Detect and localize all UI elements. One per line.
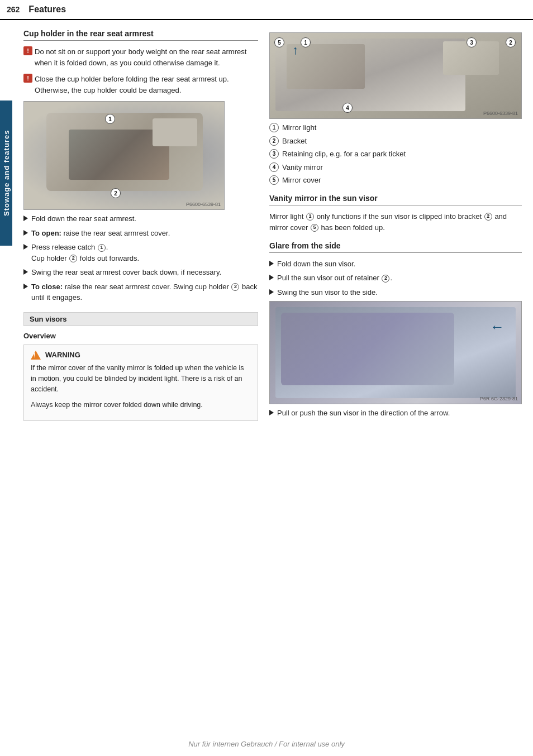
visor-arrow: ↑ [292,43,298,58]
visor-img-label-4: 4 [342,103,353,113]
header-title: Features [28,4,66,15]
left-column: Cup holder in the rear seat armrest ! Do… [23,29,258,428]
arrow-icon-2 [23,230,28,236]
num-label-5: Mirror cover [282,175,321,186]
image-label-1: 1 [105,114,115,124]
num-badge-1: 1 [269,123,279,132]
section-bar-sun-visors: Sun visors [23,312,258,326]
bullet-to-close: To close: raise the rear seat armrest co… [23,281,258,303]
bullet-swing-back: Swing the rear seat armrest cover back d… [23,267,258,278]
bullet-pull-retainer: Pull the sun visor out of retainer 2. [269,272,522,284]
arrow-icon-1 [23,216,28,221]
circle-2b: 2 [231,283,239,291]
circle-1: 1 [98,244,106,252]
bullet-to-open: To open: raise the rear seat armrest cov… [23,228,258,239]
warning-icon-1: ! [23,46,32,55]
circle-r1: 1 [306,213,314,221]
bullet-swing-side: Swing the sun visor to the side. [269,287,522,298]
num-label-2: Bracket [282,136,307,147]
visor-image-caption: P6600-6339-81 [483,111,518,116]
sidebar-label: Stowage and features [0,101,12,246]
bullet-fold-armrest: Fold down the rear seat armrest. [23,213,258,224]
vanity-paragraph: Mirror light 1 only functions if the sun… [269,211,522,233]
visor-top-image: 1 2 3 4 5 ↑ P6600-6339-81 [269,32,522,119]
circle-r2: 2 [484,213,492,221]
arrow-icon-r1 [269,261,274,266]
watermark: Nur für internen Gebrauch / For internal… [0,740,533,748]
numbered-item-3: 3 Retaining clip, e.g. for a car park ti… [269,149,522,160]
visor-img-label-3: 3 [467,37,477,47]
bullet-press-release: Press release catch 1.Cup holder 2 folds… [23,242,258,264]
right-column: 1 2 3 4 5 ↑ P6600-6339-81 1 Mirror light… [269,29,522,428]
overview-title: Overview [23,332,258,340]
warning-row-1: ! Do not sit on or support your body wei… [23,46,258,68]
circle-r2b: 2 [382,275,389,283]
numbered-item-5: 5 Mirror cover [269,175,522,186]
visor-img-label-5: 5 [274,37,284,47]
visor-img-label-1: 1 [301,37,311,47]
image-caption-cup: P6600-6539-81 [186,202,221,207]
num-badge-3: 3 [269,149,279,159]
numbered-list: 1 Mirror light 2 Bracket 3 Retaining cli… [269,122,522,186]
cup-holder-image: 1 2 P6600-6539-81 [23,101,225,210]
glare-arrow: ← [490,318,505,336]
bullet-fold-sun-visor: Fold down the sun visor. [269,259,522,270]
num-badge-2: 2 [269,136,279,146]
section-title-glare: Glare from the side [269,241,522,253]
glare-image: ← P6R 6G-2329-81 [269,301,522,404]
numbered-item-4: 4 Vanity mirror [269,162,522,173]
num-label-3: Retaining clip, e.g. for a car park tick… [282,149,406,160]
section-title-vanity: Vanity mirror in the sun visor [269,194,522,205]
warning-text-2: Close the cup holder before folding the … [35,74,258,95]
num-badge-4: 4 [269,162,279,172]
arrow-icon-r4 [269,410,274,415]
page-number: 262 [7,5,20,14]
bullet-pull-push-visor: Pull or push the sun visor in the direct… [269,408,522,419]
warning-block-title: WARNING [45,351,80,359]
circle-r5: 5 [311,224,318,232]
num-label-1: Mirror light [282,122,316,133]
glare-image-caption: P6R 6G-2329-81 [480,396,518,401]
num-label-4: Vanity mirror [282,162,323,173]
arrow-icon-3 [23,244,28,250]
warning-block: WARNING If the mirror cover of the vanit… [23,344,258,422]
triangle-warning-icon [31,351,41,360]
section-title-cup-holder: Cup holder in the rear seat armrest [23,29,258,41]
arrow-icon-5 [23,284,28,289]
warning-row-2: ! Close the cup holder before folding th… [23,74,258,95]
numbered-item-1: 1 Mirror light [269,122,522,133]
warning-icon-2: ! [23,74,32,83]
header-bar: 262 Features [0,0,533,20]
circle-2a: 2 [69,255,77,262]
visor-img-label-2: 2 [506,37,516,47]
main-content: Cup holder in the rear seat armrest ! Do… [12,20,533,437]
arrow-icon-4 [23,269,28,275]
num-badge-5: 5 [269,175,279,185]
warning-block-text-1: If the mirror cover of the vanity mirror… [31,363,251,395]
image-label-2: 2 [111,188,121,198]
numbered-item-2: 2 Bracket [269,136,522,147]
arrow-icon-r3 [269,289,274,295]
warning-block-header: WARNING [31,351,251,360]
warning-text-1: Do not sit on or support your body weigh… [35,46,258,68]
warning-block-text-2: Always keep the mirror cover folded down… [31,400,251,410]
arrow-icon-r2 [269,275,274,280]
final-bullet-text: Pull or push the sun visor in the direct… [277,408,522,419]
section-bar-label: Sun visors [30,315,66,323]
